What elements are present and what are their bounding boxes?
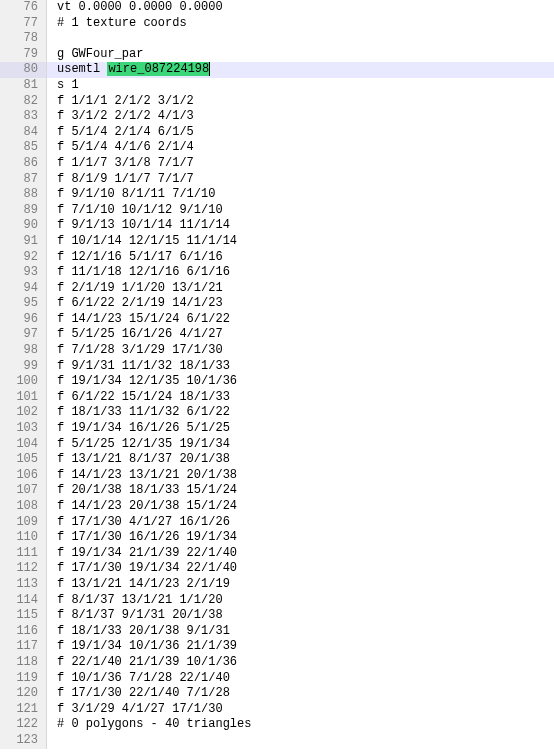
code-content[interactable]: f 18/1/33 20/1/38 9/1/31	[47, 624, 554, 640]
code-line[interactable]: 80usemtl wire_087224198	[0, 62, 554, 78]
code-line[interactable]: 117f 19/1/34 10/1/36 21/1/39	[0, 639, 554, 655]
code-content[interactable]	[47, 31, 554, 47]
code-content[interactable]: f 8/1/37 13/1/21 1/1/20	[47, 593, 554, 609]
code-content[interactable]: f 17/1/30 16/1/26 19/1/34	[47, 530, 554, 546]
code-line[interactable]: 101f 6/1/22 15/1/24 18/1/33	[0, 390, 554, 406]
code-content[interactable]: f 17/1/30 19/1/34 22/1/40	[47, 561, 554, 577]
code-content[interactable]: f 17/1/30 4/1/27 16/1/26	[47, 515, 554, 531]
code-content[interactable]: f 6/1/22 15/1/24 18/1/33	[47, 390, 554, 406]
code-line[interactable]: 116f 18/1/33 20/1/38 9/1/31	[0, 624, 554, 640]
code-content[interactable]: f 7/1/10 10/1/12 9/1/10	[47, 203, 554, 219]
code-line[interactable]: 109f 17/1/30 4/1/27 16/1/26	[0, 515, 554, 531]
code-line[interactable]: 115f 8/1/37 9/1/31 20/1/38	[0, 608, 554, 624]
code-line[interactable]: 100f 19/1/34 12/1/35 10/1/36	[0, 374, 554, 390]
code-line[interactable]: 111f 19/1/34 21/1/39 22/1/40	[0, 546, 554, 562]
code-content[interactable]: f 8/1/9 1/1/7 7/1/7	[47, 172, 554, 188]
code-content[interactable]: f 19/1/34 12/1/35 10/1/36	[47, 374, 554, 390]
code-line[interactable]: 121f 3/1/29 4/1/27 17/1/30	[0, 702, 554, 718]
code-content[interactable]: g GWFour_par	[47, 47, 554, 63]
code-line[interactable]: 99f 9/1/31 11/1/32 18/1/33	[0, 359, 554, 375]
code-line[interactable]: 77# 1 texture coords	[0, 16, 554, 32]
code-content[interactable]: f 1/1/1 2/1/2 3/1/2	[47, 94, 554, 110]
code-content[interactable]: f 20/1/38 18/1/33 15/1/24	[47, 483, 554, 499]
code-content[interactable]: f 9/1/10 8/1/11 7/1/10	[47, 187, 554, 203]
code-line[interactable]: 103f 19/1/34 16/1/26 5/1/25	[0, 421, 554, 437]
code-line[interactable]: 88f 9/1/10 8/1/11 7/1/10	[0, 187, 554, 203]
code-line[interactable]: 106f 14/1/23 13/1/21 20/1/38	[0, 468, 554, 484]
code-line[interactable]: 120f 17/1/30 22/1/40 7/1/28	[0, 686, 554, 702]
code-content[interactable]: f 3/1/2 2/1/2 4/1/3	[47, 109, 554, 125]
code-content[interactable]: f 1/1/7 3/1/8 7/1/7	[47, 156, 554, 172]
code-line[interactable]: 104f 5/1/25 12/1/35 19/1/34	[0, 437, 554, 453]
code-content[interactable]: f 22/1/40 21/1/39 10/1/36	[47, 655, 554, 671]
code-line[interactable]: 102f 18/1/33 11/1/32 6/1/22	[0, 405, 554, 421]
code-content[interactable]: f 14/1/23 13/1/21 20/1/38	[47, 468, 554, 484]
code-text: f 12/1/16 5/1/17 6/1/16	[57, 250, 223, 264]
code-content[interactable]: s 1	[47, 78, 554, 94]
code-content[interactable]: f 12/1/16 5/1/17 6/1/16	[47, 250, 554, 266]
code-content[interactable]: f 14/1/23 15/1/24 6/1/22	[47, 312, 554, 328]
code-line[interactable]: 94f 2/1/19 1/1/20 13/1/21	[0, 281, 554, 297]
code-line[interactable]: 113f 13/1/21 14/1/23 2/1/19	[0, 577, 554, 593]
code-content[interactable]: f 11/1/18 12/1/16 6/1/16	[47, 265, 554, 281]
code-line[interactable]: 123	[0, 733, 554, 749]
code-content[interactable]: f 5/1/4 4/1/6 2/1/4	[47, 140, 554, 156]
code-line[interactable]: 93f 11/1/18 12/1/16 6/1/16	[0, 265, 554, 281]
code-content[interactable]: f 19/1/34 10/1/36 21/1/39	[47, 639, 554, 655]
code-line[interactable]: 87f 8/1/9 1/1/7 7/1/7	[0, 172, 554, 188]
code-line[interactable]: 95f 6/1/22 2/1/19 14/1/23	[0, 296, 554, 312]
code-line[interactable]: 86f 1/1/7 3/1/8 7/1/7	[0, 156, 554, 172]
code-content[interactable]: f 10/1/14 12/1/15 11/1/14	[47, 234, 554, 250]
code-content[interactable]: # 1 texture coords	[47, 16, 554, 32]
code-line[interactable]: 107f 20/1/38 18/1/33 15/1/24	[0, 483, 554, 499]
code-content[interactable]: f 5/1/25 12/1/35 19/1/34	[47, 437, 554, 453]
code-content[interactable]: f 9/1/31 11/1/32 18/1/33	[47, 359, 554, 375]
code-line[interactable]: 79g GWFour_par	[0, 47, 554, 63]
code-line[interactable]: 119f 10/1/36 7/1/28 22/1/40	[0, 671, 554, 687]
code-line[interactable]: 105f 13/1/21 8/1/37 20/1/38	[0, 452, 554, 468]
code-content[interactable]: f 13/1/21 8/1/37 20/1/38	[47, 452, 554, 468]
line-number: 95	[0, 296, 47, 312]
code-content[interactable]: usemtl wire_087224198	[47, 62, 554, 78]
code-content[interactable]: f 10/1/36 7/1/28 22/1/40	[47, 671, 554, 687]
code-line[interactable]: 84f 5/1/4 2/1/4 6/1/5	[0, 125, 554, 141]
code-line[interactable]: 96f 14/1/23 15/1/24 6/1/22	[0, 312, 554, 328]
code-line[interactable]: 112f 17/1/30 19/1/34 22/1/40	[0, 561, 554, 577]
code-content[interactable]: f 7/1/28 3/1/29 17/1/30	[47, 343, 554, 359]
code-line[interactable]: 110f 17/1/30 16/1/26 19/1/34	[0, 530, 554, 546]
code-content[interactable]: f 5/1/25 16/1/26 4/1/27	[47, 327, 554, 343]
code-line[interactable]: 89f 7/1/10 10/1/12 9/1/10	[0, 203, 554, 219]
code-line[interactable]: 118f 22/1/40 21/1/39 10/1/36	[0, 655, 554, 671]
code-line[interactable]: 81s 1	[0, 78, 554, 94]
code-line[interactable]: 78	[0, 31, 554, 47]
code-text: # 1 texture coords	[57, 16, 187, 30]
code-content[interactable]: f 5/1/4 2/1/4 6/1/5	[47, 125, 554, 141]
code-content[interactable]: # 0 polygons - 40 triangles	[47, 717, 554, 733]
code-line[interactable]: 82f 1/1/1 2/1/2 3/1/2	[0, 94, 554, 110]
code-content[interactable]: f 3/1/29 4/1/27 17/1/30	[47, 702, 554, 718]
code-content[interactable]: f 8/1/37 9/1/31 20/1/38	[47, 608, 554, 624]
code-content[interactable]: f 13/1/21 14/1/23 2/1/19	[47, 577, 554, 593]
code-content[interactable]: f 14/1/23 20/1/38 15/1/24	[47, 499, 554, 515]
code-line[interactable]: 90f 9/1/13 10/1/14 11/1/14	[0, 218, 554, 234]
code-line[interactable]: 83f 3/1/2 2/1/2 4/1/3	[0, 109, 554, 125]
code-content[interactable]: f 9/1/13 10/1/14 11/1/14	[47, 218, 554, 234]
code-content[interactable]: vt 0.0000 0.0000 0.0000	[47, 0, 554, 16]
code-editor[interactable]: 76vt 0.0000 0.0000 0.000077# 1 texture c…	[0, 0, 554, 749]
code-content[interactable]: f 2/1/19 1/1/20 13/1/21	[47, 281, 554, 297]
code-content[interactable]: f 17/1/30 22/1/40 7/1/28	[47, 686, 554, 702]
code-content[interactable]: f 6/1/22 2/1/19 14/1/23	[47, 296, 554, 312]
code-line[interactable]: 97f 5/1/25 16/1/26 4/1/27	[0, 327, 554, 343]
code-content[interactable]: f 19/1/34 21/1/39 22/1/40	[47, 546, 554, 562]
code-content[interactable]	[47, 733, 554, 749]
code-line[interactable]: 108f 14/1/23 20/1/38 15/1/24	[0, 499, 554, 515]
code-line[interactable]: 122# 0 polygons - 40 triangles	[0, 717, 554, 733]
code-line[interactable]: 85f 5/1/4 4/1/6 2/1/4	[0, 140, 554, 156]
code-line[interactable]: 98f 7/1/28 3/1/29 17/1/30	[0, 343, 554, 359]
code-line[interactable]: 91f 10/1/14 12/1/15 11/1/14	[0, 234, 554, 250]
code-line[interactable]: 92f 12/1/16 5/1/17 6/1/16	[0, 250, 554, 266]
code-line[interactable]: 114f 8/1/37 13/1/21 1/1/20	[0, 593, 554, 609]
code-content[interactable]: f 19/1/34 16/1/26 5/1/25	[47, 421, 554, 437]
code-line[interactable]: 76vt 0.0000 0.0000 0.0000	[0, 0, 554, 16]
code-content[interactable]: f 18/1/33 11/1/32 6/1/22	[47, 405, 554, 421]
